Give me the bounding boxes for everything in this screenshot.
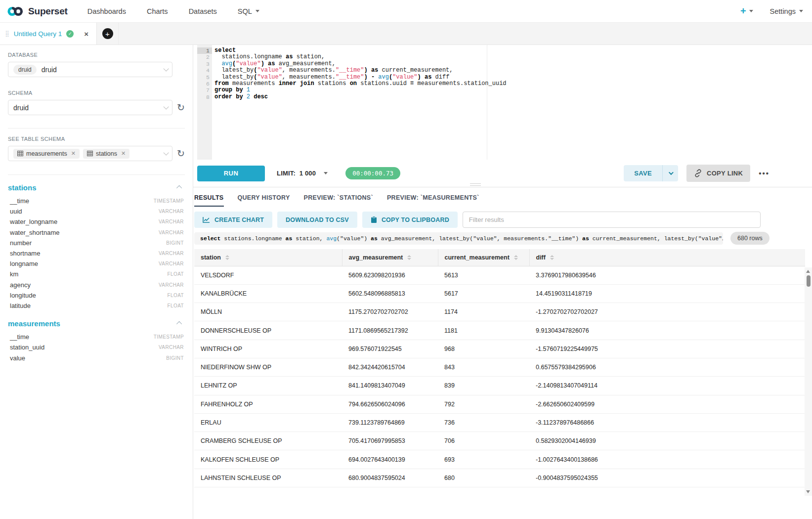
column-item: agencyVARCHAR xyxy=(8,280,185,290)
query-tab-active[interactable]: ⣿ Untitled Query 1 ✓ × xyxy=(0,23,97,44)
table-cell: DONNERSCHLEUSE OP xyxy=(194,321,342,340)
query-elapsed-timer: 00:00:00.73 xyxy=(345,167,400,179)
table-row: LAHNSTEIN SCHLEUSE OP680.900483759502468… xyxy=(194,469,805,487)
column-item: water_longnameVARCHAR xyxy=(8,216,185,227)
column-header-avg_measurement[interactable]: avg_measurement xyxy=(342,249,438,266)
table-cell: 694.0027643400139 xyxy=(342,450,438,469)
column-item: shortnameVARCHAR xyxy=(8,248,185,259)
add-tab-zone: + xyxy=(97,23,119,44)
more-actions-button[interactable]: ••• xyxy=(759,169,769,177)
download-csv-button[interactable]: DOWNLOAD TO CSV xyxy=(277,212,357,228)
column-list: __timeTIMESTAMPstation_uuidVARCHARvalueB… xyxy=(8,332,185,363)
scrollbar-thumb[interactable] xyxy=(807,275,811,287)
table-chip-stations[interactable]: stations✕ xyxy=(83,149,129,159)
pane-resize-handle[interactable] xyxy=(470,183,481,187)
tab-results[interactable]: RESULTS xyxy=(194,194,224,207)
query-success-icon: ✓ xyxy=(66,30,74,38)
chevron-up-icon xyxy=(176,185,182,191)
save-options-button[interactable] xyxy=(662,165,678,181)
column-item: station_uuidVARCHAR xyxy=(8,342,185,352)
add-tab-button[interactable]: + xyxy=(102,28,113,39)
copy-clipboard-button[interactable]: COPY TO CLIPBOARD xyxy=(362,212,458,228)
refresh-schema-icon[interactable]: ↻ xyxy=(177,103,185,112)
chevron-down-icon xyxy=(799,10,803,12)
sql-editor[interactable]: 12345678 select stations.longname as sta… xyxy=(193,45,812,160)
new-item-button[interactable]: + xyxy=(740,5,753,17)
column-header-current_measurement[interactable]: current_measurement xyxy=(438,249,529,266)
database-select[interactable]: druid druid xyxy=(8,62,172,77)
table-cell: ERLAU xyxy=(194,413,342,432)
table-row: VELSDORF5609.62309820193656133.376901798… xyxy=(194,266,805,284)
table-row: MÖLLN1175.27027027027021174-1.2702702702… xyxy=(194,303,805,321)
chevron-down-icon xyxy=(324,172,328,174)
remove-chip-icon[interactable]: ✕ xyxy=(121,150,126,157)
nav-item-charts[interactable]: Charts xyxy=(147,7,168,15)
sql-code[interactable]: select stations.longname as station, avg… xyxy=(214,47,507,100)
tab-preview-measurements[interactable]: PREVIEW: `MEASUREMENTS` xyxy=(387,194,479,207)
table-cell: LAHNSTEIN SCHLEUSE OP xyxy=(194,469,342,487)
table-section-stations[interactable]: stations xyxy=(8,181,185,194)
column-item: longnameVARCHAR xyxy=(8,259,185,269)
superset-logo[interactable]: Superset xyxy=(7,5,68,17)
column-list: __timeTIMESTAMPuuidVARCHARwater_longname… xyxy=(8,196,185,311)
infinity-logo-icon xyxy=(7,5,24,17)
chevron-down-icon xyxy=(669,170,674,175)
copy-link-button[interactable]: COPY LINK xyxy=(686,165,750,182)
remove-chip-icon[interactable]: ✕ xyxy=(71,150,76,157)
table-cell: 5609.623098201936 xyxy=(342,266,438,284)
nav-item-dashboards[interactable]: Dashboards xyxy=(87,7,126,15)
sort-icon[interactable] xyxy=(407,255,411,260)
sidebar-divider xyxy=(8,174,185,175)
nav-item-sql[interactable]: SQL xyxy=(238,7,259,15)
table-cell: -2.1409813407049114 xyxy=(529,377,805,395)
database-label: DATABASE xyxy=(8,52,185,58)
query-preview-bar[interactable]: select stations.longname as station, avg… xyxy=(194,232,723,245)
settings-menu[interactable]: Settings xyxy=(770,7,803,15)
chevron-down-icon xyxy=(749,10,753,12)
filter-results-input[interactable] xyxy=(463,212,761,228)
schema-select[interactable]: druid xyxy=(8,100,172,115)
table-row: FAHRENHOLZ OP794.6626506024096792-2.6626… xyxy=(194,395,805,413)
table-cell: 680 xyxy=(438,469,529,487)
column-header-station[interactable]: station xyxy=(194,249,342,266)
sql-lab-sidebar: DATABASE druid druid ↻ SCHEMA druid ↻ SE… xyxy=(0,45,193,519)
schema-value: druid xyxy=(13,104,29,112)
nav-item-datasets[interactable]: Datasets xyxy=(189,7,217,15)
table-cell: 841.1409813407049 xyxy=(342,377,438,395)
close-tab-icon[interactable]: × xyxy=(84,30,88,38)
results-tabs: RESULTS QUERY HISTORY PREVIEW: `STATIONS… xyxy=(193,187,812,207)
table-cell: 794.6626506024096 xyxy=(342,395,438,413)
create-chart-button[interactable]: CREATE CHART xyxy=(194,212,272,228)
table-cell: CRAMBERG SCHLEUSE OP xyxy=(194,432,342,450)
schema-label: SCHEMA xyxy=(8,90,185,96)
table-chip-measurements[interactable]: measurements✕ xyxy=(13,149,80,159)
sort-icon[interactable] xyxy=(225,255,229,260)
scroll-up-icon[interactable] xyxy=(806,270,810,273)
table-section-measurements[interactable]: measurements xyxy=(8,317,185,330)
table-cell: -1.0027643400138686 xyxy=(529,450,805,469)
refresh-tables-icon[interactable]: ↻ xyxy=(177,149,185,158)
table-row: LEHNITZ OP841.1409813407049839-2.1409813… xyxy=(194,377,805,395)
sort-icon[interactable] xyxy=(550,255,554,260)
table-schema-select[interactable]: measurements✕ stations✕ xyxy=(8,146,172,161)
table-cell: -0.9004837595024355 xyxy=(529,469,805,487)
run-button[interactable]: RUN xyxy=(197,166,265,181)
top-navbar: Superset Dashboards Charts Datasets SQL … xyxy=(0,0,812,23)
column-header-diff[interactable]: diff xyxy=(529,249,805,266)
save-split-button: SAVE xyxy=(624,165,678,181)
table-row: NIEDERFINOW SHW OP842.34244206157048430.… xyxy=(194,358,805,376)
scroll-down-icon[interactable] xyxy=(806,490,810,493)
tab-query-history[interactable]: QUERY HISTORY xyxy=(238,194,290,207)
table-cell: 693 xyxy=(438,450,529,469)
results-scrollbar[interactable] xyxy=(805,267,812,496)
drag-handle-icon[interactable]: ⣿ xyxy=(5,31,9,37)
limit-dropdown[interactable]: LIMIT: 1 000 xyxy=(277,170,328,177)
table-cell: 1181 xyxy=(438,321,529,340)
table-row: ERLAU739.1123789764869736-3.112378976486… xyxy=(194,413,805,432)
table-name: measurements xyxy=(8,319,60,328)
sort-icon[interactable] xyxy=(514,255,518,260)
table-row-partial xyxy=(194,487,805,495)
tab-preview-stations[interactable]: PREVIEW: `STATIONS` xyxy=(304,194,373,207)
table-cell: -2.662650602409599 xyxy=(529,395,805,413)
save-button[interactable]: SAVE xyxy=(624,165,662,181)
